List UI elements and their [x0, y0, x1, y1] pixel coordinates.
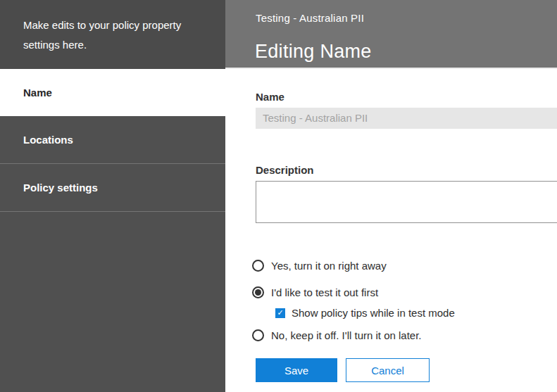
checkbox-show-policy-tips[interactable]: ✓ Show policy tips while in test mode [275, 307, 455, 319]
sidebar-description: Make edits to your policy property setti… [0, 0, 225, 69]
save-button[interactable]: Save [256, 358, 337, 382]
panel-header: Testing - Australian PII Editing Name [225, 0, 557, 69]
name-input [256, 108, 557, 129]
sidebar-item-label: Name [23, 87, 52, 99]
radio-option-keep-off[interactable]: No, keep it off. I'll turn it on later. [252, 329, 422, 341]
description-label: Description [256, 164, 314, 176]
radio-option-turn-on-now[interactable]: Yes, turn it on right away [252, 260, 387, 272]
page-title: Editing Name [255, 41, 372, 63]
radio-option-label: I'd like to test it out first [271, 286, 378, 298]
radio-option-label: Yes, turn it on right away [271, 260, 387, 272]
description-textarea[interactable] [256, 181, 557, 223]
checkmark-icon: ✓ [277, 309, 283, 317]
policy-edit-dialog: Make edits to your policy property setti… [0, 0, 557, 392]
sidebar-item-policy-settings[interactable]: Policy settings [0, 164, 225, 212]
policy-name-heading: Testing - Australian PII [256, 12, 364, 24]
cancel-button[interactable]: Cancel [346, 358, 430, 382]
checkbox-checked-icon: ✓ [275, 308, 285, 318]
checkbox-label: Show policy tips while in test mode [292, 307, 455, 319]
sidebar-item-label: Policy settings [23, 182, 98, 194]
name-label: Name [256, 91, 284, 103]
sidebar-item-label: Locations [23, 134, 73, 146]
radio-option-test-first[interactable]: I'd like to test it out first [252, 286, 378, 298]
sidebar-item-locations[interactable]: Locations [0, 116, 225, 164]
radio-selected-icon [252, 286, 264, 298]
sidebar-item-name[interactable]: Name [0, 69, 225, 116]
radio-unselected-icon [252, 260, 264, 272]
radio-unselected-icon [252, 329, 264, 341]
radio-option-label: No, keep it off. I'll turn it on later. [271, 329, 422, 341]
sidebar: Make edits to your policy property setti… [0, 0, 225, 392]
